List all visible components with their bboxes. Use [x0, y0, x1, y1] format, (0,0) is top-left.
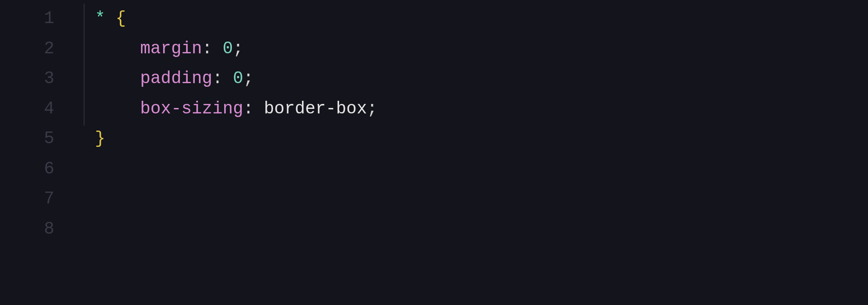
brace-close-token: } [95, 129, 105, 148]
line-number: 7 [0, 184, 54, 214]
line-number: 6 [0, 154, 54, 184]
line-number: 1 [0, 4, 54, 34]
line-number: 2 [0, 34, 54, 64]
code-line-6[interactable] [95, 154, 868, 184]
css-number-token: 0 [222, 39, 233, 58]
line-number-gutter: 1 2 3 4 5 6 7 8 [0, 4, 70, 305]
line-number: 4 [0, 94, 54, 124]
css-property-token: margin [140, 39, 202, 58]
css-property-token: padding [140, 69, 212, 88]
code-line-8[interactable] [95, 214, 868, 244]
brace-open-token: { [116, 9, 126, 28]
code-line-5[interactable]: } [95, 124, 868, 154]
code-line-3[interactable]: padding: 0; [95, 64, 868, 94]
code-content[interactable]: * { margin: 0; padding: 0; box-sizing: b… [70, 4, 868, 305]
line-number: 3 [0, 64, 54, 94]
code-line-4[interactable]: box-sizing: border-box; [95, 94, 868, 124]
line-number: 5 [0, 124, 54, 154]
code-line-2[interactable]: margin: 0; [95, 34, 868, 64]
indent-guide [84, 4, 85, 126]
line-number: 8 [0, 214, 54, 244]
code-editor[interactable]: 1 2 3 4 5 6 7 8 * { margin: 0; padding: … [0, 0, 868, 305]
css-number-token: 0 [233, 69, 243, 88]
css-selector-token: * [95, 9, 105, 28]
code-line-1[interactable]: * { [95, 4, 868, 34]
css-property-token: box-sizing [140, 99, 243, 118]
code-line-7[interactable] [95, 184, 868, 214]
css-value-token: border-box [264, 99, 367, 118]
